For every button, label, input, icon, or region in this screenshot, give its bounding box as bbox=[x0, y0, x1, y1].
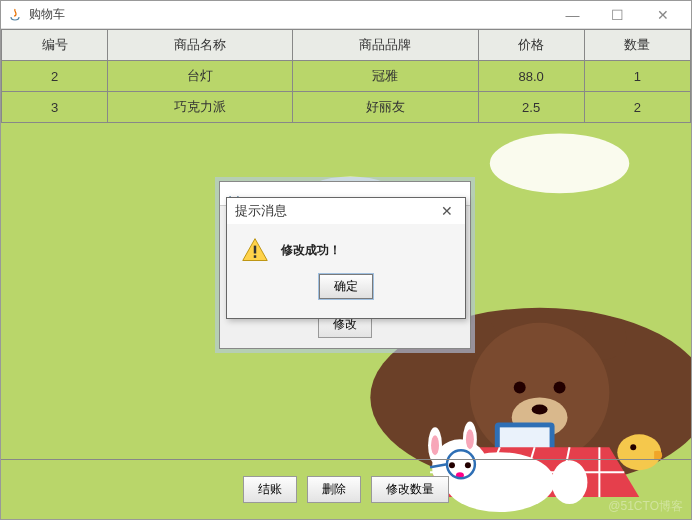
bottom-toolbar: 结账 删除 修改数量 bbox=[1, 459, 691, 519]
cell-id: 2 bbox=[2, 61, 108, 92]
checkout-button[interactable]: 结账 bbox=[243, 476, 297, 503]
table-header-row: 编号 商品名称 商品品牌 价格 数量 bbox=[2, 30, 691, 61]
svg-rect-34 bbox=[254, 246, 256, 254]
cart-table-wrap: 编号 商品名称 商品品牌 价格 数量 2 台灯 冠雅 88.0 1 bbox=[1, 29, 691, 123]
main-window: 购物车 — ☐ ✕ bbox=[0, 0, 692, 520]
cell-name: 巧克力派 bbox=[108, 92, 293, 123]
alert-ok-button[interactable]: 确定 bbox=[319, 274, 373, 299]
svg-point-10 bbox=[532, 404, 548, 414]
cell-name: 台灯 bbox=[108, 61, 293, 92]
table-row[interactable]: 3 巧克力派 好丽友 2.5 2 bbox=[2, 92, 691, 123]
svg-point-23 bbox=[431, 435, 439, 455]
cell-qty: 1 bbox=[584, 61, 690, 92]
col-id[interactable]: 编号 bbox=[2, 30, 108, 61]
cell-brand: 冠雅 bbox=[293, 61, 478, 92]
svg-rect-35 bbox=[254, 255, 256, 258]
alert-body: 修改成功！ bbox=[227, 224, 465, 270]
modify-qty-button[interactable]: 修改数量 bbox=[371, 476, 449, 503]
cell-price: 88.0 bbox=[478, 61, 584, 92]
col-name[interactable]: 商品名称 bbox=[108, 30, 293, 61]
warning-icon bbox=[241, 236, 269, 264]
alert-titlebar: 提示消息 ✕ bbox=[227, 198, 465, 224]
alert-message: 修改成功！ bbox=[281, 242, 341, 259]
svg-point-9 bbox=[554, 382, 566, 394]
svg-point-8 bbox=[514, 382, 526, 394]
window-title: 购物车 bbox=[29, 6, 550, 23]
svg-point-1 bbox=[490, 134, 629, 194]
alert-close-button[interactable]: ✕ bbox=[437, 203, 457, 219]
close-button[interactable]: ✕ bbox=[640, 1, 685, 29]
titlebar: 购物车 — ☐ ✕ bbox=[1, 1, 691, 29]
maximize-button[interactable]: ☐ bbox=[595, 1, 640, 29]
col-qty[interactable]: 数量 bbox=[584, 30, 690, 61]
col-price[interactable]: 价格 bbox=[478, 30, 584, 61]
delete-button[interactable]: 删除 bbox=[307, 476, 361, 503]
minimize-button[interactable]: — bbox=[550, 1, 595, 29]
java-icon bbox=[7, 7, 23, 23]
content-area: 编号 商品名称 商品品牌 价格 数量 2 台灯 冠雅 88.0 1 bbox=[1, 29, 691, 519]
window-controls: — ☐ ✕ bbox=[550, 1, 685, 29]
svg-point-24 bbox=[466, 429, 474, 449]
alert-dialog: 提示消息 ✕ 修改成功！ 确定 bbox=[226, 197, 466, 319]
cell-qty: 2 bbox=[584, 92, 690, 123]
cell-price: 2.5 bbox=[478, 92, 584, 123]
alert-footer: 确定 bbox=[227, 270, 465, 307]
cart-table: 编号 商品名称 商品品牌 价格 数量 2 台灯 冠雅 88.0 1 bbox=[1, 29, 691, 123]
table-row[interactable]: 2 台灯 冠雅 88.0 1 bbox=[2, 61, 691, 92]
cell-id: 3 bbox=[2, 92, 108, 123]
watermark: @51CTO博客 bbox=[608, 498, 683, 515]
svg-point-32 bbox=[630, 444, 636, 450]
col-brand[interactable]: 商品品牌 bbox=[293, 30, 478, 61]
cell-brand: 好丽友 bbox=[293, 92, 478, 123]
alert-title-text: 提示消息 bbox=[235, 202, 287, 220]
